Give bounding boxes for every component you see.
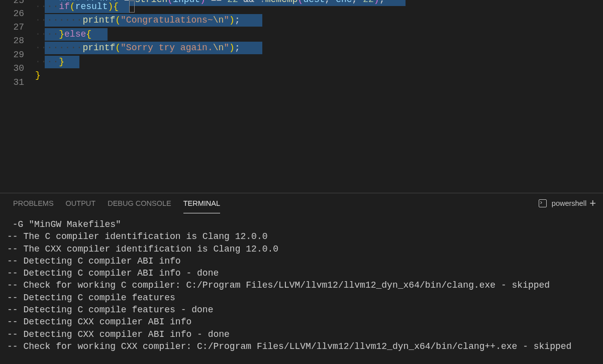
code-line[interactable]: ····}: [35, 55, 603, 69]
code-content[interactable]: ····bool result = strlen(input) == 22 &&…: [35, 0, 603, 193]
bottom-panel: PROBLEMS OUTPUT DEBUG CONSOLE TERMINAL p…: [0, 193, 603, 364]
line-number: 31: [0, 76, 35, 89]
line-number: 28: [0, 34, 35, 48]
line-number: 29: [0, 48, 35, 62]
line-number: 25: [0, 0, 35, 7]
code-line[interactable]: }: [35, 69, 603, 82]
terminal-output[interactable]: -G "MinGW Makefiles" -- The C compiler i…: [0, 213, 603, 364]
code-line[interactable]: ········printf("Sorry try again.\n");: [35, 41, 603, 55]
tab-output[interactable]: OUTPUT: [60, 193, 102, 213]
tab-debug-console[interactable]: DEBUG CONSOLE: [102, 193, 177, 213]
text-cursor: [129, 1, 135, 13]
terminal-selector[interactable]: powershell: [539, 199, 586, 207]
tab-problems[interactable]: PROBLEMS: [7, 193, 60, 213]
code-line[interactable]: ····if(result){: [35, 0, 603, 14]
line-number: 26: [0, 7, 35, 21]
panel-tab-bar: PROBLEMS OUTPUT DEBUG CONSOLE TERMINAL p…: [0, 193, 603, 213]
code-editor[interactable]: 25262728293031 ····bool result = strlen(…: [0, 0, 603, 193]
line-number: 30: [0, 62, 35, 75]
tab-terminal[interactable]: TERMINAL: [177, 193, 226, 213]
code-line[interactable]: ········printf("Congratulations~\n");: [35, 14, 603, 27]
line-number-gutter: 25262728293031: [0, 0, 35, 193]
code-line[interactable]: ····}else{: [35, 28, 603, 41]
new-terminal-button[interactable]: +: [586, 197, 599, 210]
terminal-shell-name: powershell: [552, 199, 586, 207]
terminal-icon: [539, 199, 547, 207]
line-number: 27: [0, 21, 35, 34]
